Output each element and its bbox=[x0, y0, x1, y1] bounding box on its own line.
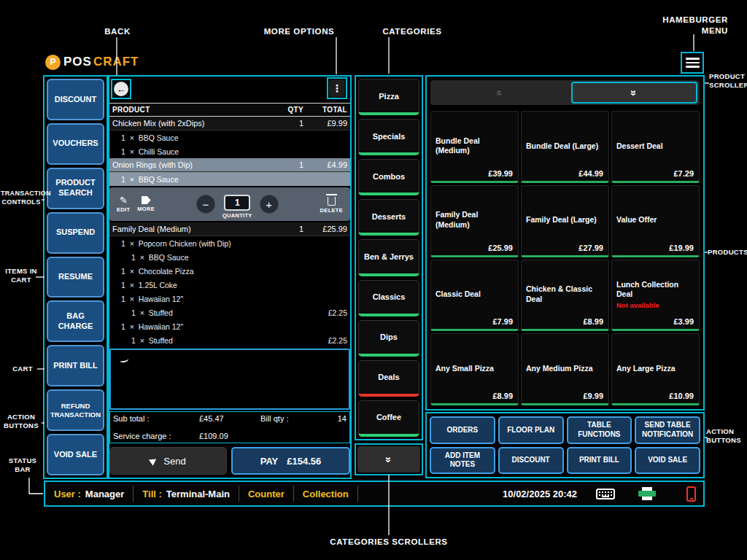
product-name: Any Medium Pizza bbox=[526, 364, 604, 374]
product-tile[interactable]: Any Medium Pizza £9.99 bbox=[521, 333, 609, 405]
sidebar-button-void-sale[interactable]: VOID SALE bbox=[47, 434, 104, 475]
cart-item-row-selected[interactable]: Onion Rings (with Dip) 1 £4.99 bbox=[109, 158, 350, 172]
sidebar-button-refund-transaction[interactable]: REFUND TRANSACTION bbox=[47, 389, 104, 431]
status-datetime: 10/02/2025 20:42 bbox=[503, 489, 577, 499]
category-pizza[interactable]: Pizza bbox=[358, 79, 419, 115]
sidebar-button-discount[interactable]: DISCOUNT bbox=[47, 79, 104, 120]
printer-icon[interactable] bbox=[638, 487, 656, 500]
sidebar-button-suspend[interactable]: SUSPEND bbox=[47, 212, 104, 254]
product-tile[interactable]: Bundle Deal (Medium) £39.99 bbox=[430, 111, 519, 183]
sidebar-button-resume[interactable]: RESUME bbox=[47, 257, 104, 298]
back-button[interactable]: ← bbox=[111, 79, 131, 99]
action-void-sale[interactable]: VOID SALE bbox=[635, 447, 700, 475]
sidebar-button-print-bill[interactable]: PRINT BILL bbox=[47, 345, 104, 386]
action-table-functions[interactable]: TABLE FUNCTIONS bbox=[567, 416, 632, 444]
product-tile[interactable]: Family Deal (Medium) £25.99 bbox=[430, 185, 519, 257]
product-tile[interactable]: Chicken & Classic Deal £8.99 bbox=[521, 260, 609, 332]
order-notes-area[interactable] bbox=[109, 349, 350, 410]
annotation-items-in-cart: ITEMS IN CART bbox=[4, 267, 38, 285]
phone-icon[interactable] bbox=[686, 486, 696, 502]
status-till-value: Terminal-Main bbox=[166, 489, 230, 499]
pencil-icon: ✎ bbox=[120, 195, 128, 205]
product-name: Value Offer bbox=[616, 215, 694, 225]
action-print-bill[interactable]: PRINT BILL bbox=[567, 447, 632, 475]
service-charge-label: Service charge : bbox=[113, 432, 199, 440]
products-scroll-up-button[interactable]: » bbox=[430, 80, 565, 105]
cart-topbar: ← ⋮ bbox=[109, 77, 350, 103]
quantity-minus-button[interactable]: − bbox=[196, 195, 215, 214]
back-icon: ← bbox=[114, 82, 128, 96]
product-tile[interactable]: Bundle Deal (Large) £44.99 bbox=[521, 111, 609, 183]
cart-item-modifier-row: 1 × Stuffed £2.25 bbox=[109, 333, 350, 347]
more-options-button[interactable]: ⋮ bbox=[327, 77, 347, 99]
product-tile[interactable]: Classic Deal £7.99 bbox=[430, 260, 519, 332]
cart-panel: ← ⋮ PRODUCT QTY TOTAL Chicken Mix (with … bbox=[108, 75, 352, 479]
sidebar-button-bag-charge[interactable]: BAG CHARGE bbox=[47, 300, 104, 342]
category-coffee[interactable]: Coffee bbox=[358, 400, 419, 437]
cart-item-modifier-row: 1 × 1.25L Coke bbox=[109, 278, 350, 292]
sidebar-button-vouchers[interactable]: VOUCHERS bbox=[47, 123, 104, 165]
status-mode-counter[interactable]: Counter bbox=[239, 489, 293, 499]
status-user: User : Manager bbox=[45, 489, 133, 499]
product-tile[interactable]: Any Small Pizza £8.99 bbox=[430, 333, 519, 405]
edit-item-button[interactable]: ✎ EDIT bbox=[117, 195, 130, 213]
quantity-plus-button[interactable]: + bbox=[260, 195, 279, 214]
product-price: £9.99 bbox=[583, 392, 603, 400]
cart-item-modifier-row: 1 × Popcorn Chicken (with Dip) bbox=[109, 236, 350, 250]
category-combos[interactable]: Combos bbox=[358, 159, 419, 195]
category-specials[interactable]: Specials bbox=[358, 119, 419, 155]
annotation-action-buttons-left: ACTION BUTTONS bbox=[1, 413, 41, 431]
action-orders[interactable]: ORDERS bbox=[430, 416, 495, 444]
product-price: £8.99 bbox=[583, 317, 603, 326]
product-price: £39.99 bbox=[488, 169, 513, 178]
product-price: £8.99 bbox=[492, 392, 513, 400]
subtotal-row: Sub total : £45.47 Bill qty : 14 bbox=[113, 414, 347, 423]
cart-header-total: TOTAL bbox=[303, 106, 347, 114]
modifier-text: 1 × Stuffed bbox=[112, 308, 303, 317]
annotation-action-buttons-right: ACTION BUTTONS bbox=[706, 427, 746, 446]
categories-scroll-down-button[interactable]: » bbox=[355, 443, 423, 475]
action-send-table-notification[interactable]: SEND TABLE NOTIFICATION bbox=[635, 416, 700, 444]
delete-label: DELETE bbox=[320, 207, 343, 214]
pay-button[interactable]: PAY £154.56 bbox=[231, 447, 350, 475]
category-dips[interactable]: Dips bbox=[358, 320, 419, 357]
more-item-button[interactable]: MORE bbox=[137, 196, 155, 212]
action-floor-plan[interactable]: FLOOR PLAN bbox=[498, 416, 564, 444]
hamburger-menu-button[interactable] bbox=[681, 52, 704, 74]
item-qty: 1 bbox=[276, 160, 303, 169]
send-button[interactable]: Send bbox=[109, 447, 227, 475]
product-tile[interactable]: Dessert Deal £7.29 bbox=[611, 111, 700, 183]
action-add-item-notes[interactable]: ADD ITEM NOTES bbox=[430, 447, 495, 475]
keyboard-icon[interactable] bbox=[596, 489, 615, 499]
cart-item-row[interactable]: Chicken Mix (with 2xDips) 1 £9.99 bbox=[109, 117, 350, 131]
category-classics[interactable]: Classics bbox=[358, 280, 419, 316]
logo-text-craft: CRAFT bbox=[93, 55, 139, 69]
product-name: Dessert Deal bbox=[616, 141, 694, 152]
product-tile-unavailable[interactable]: Lunch Collection Deal Not available £3.9… bbox=[611, 260, 700, 332]
category-ben-and-jerrys[interactable]: Ben & Jerrys bbox=[358, 239, 419, 276]
cart-items-list: Chicken Mix (with 2xDips) 1 £9.99 1 × BB… bbox=[109, 117, 350, 347]
status-mode-collection[interactable]: Collection bbox=[294, 489, 357, 499]
cart-item-row[interactable]: Family Deal (Medium) 1 £25.99 bbox=[109, 222, 350, 236]
action-discount[interactable]: DISCOUNT bbox=[498, 447, 564, 475]
annotation-categories-scrollers: CATEGORIES SCROLLERS bbox=[316, 537, 462, 548]
cart-item-modifier-row: 1 × BBQ Sauce bbox=[109, 131, 350, 144]
status-user-label: User : bbox=[54, 489, 81, 499]
separator bbox=[357, 486, 358, 502]
subtotal-value: £45.47 bbox=[199, 414, 250, 423]
sidebar-button-product-search[interactable]: PRODUCT SEARCH bbox=[47, 168, 104, 209]
chevron-down-icon: » bbox=[629, 90, 640, 96]
category-deals[interactable]: Deals bbox=[358, 360, 419, 397]
product-tile[interactable]: Value Offer £19.99 bbox=[611, 185, 700, 257]
annotation-categories: CATEGORIES bbox=[380, 26, 444, 37]
item-total: £4.99 bbox=[303, 160, 347, 169]
delete-item-button[interactable]: DELETE bbox=[320, 195, 343, 214]
modifier-price: £2.25 bbox=[303, 308, 347, 317]
products-scroll-down-button[interactable]: » bbox=[571, 82, 697, 104]
cart-item-toolbar: ✎ EDIT MORE − 1 QUANTITY + DELETE bbox=[109, 187, 350, 221]
product-tile[interactable]: Family Deal (Large) £27.99 bbox=[521, 185, 609, 257]
product-price: £10.99 bbox=[669, 392, 694, 400]
product-tile[interactable]: Any Large Pizza £10.99 bbox=[611, 333, 700, 405]
quantity-value: 1 bbox=[224, 195, 250, 211]
category-desserts[interactable]: Desserts bbox=[358, 199, 419, 236]
